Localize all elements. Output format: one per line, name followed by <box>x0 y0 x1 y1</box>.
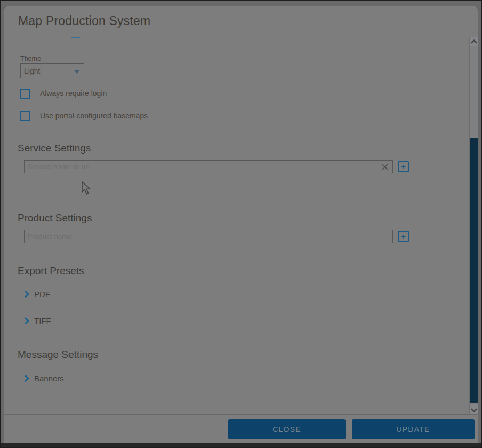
add-service-button[interactable]: + <box>398 161 409 172</box>
product-input-wrap <box>24 230 393 243</box>
export-preset-pdf[interactable]: PDF <box>24 288 50 300</box>
scrollbar-thumb[interactable] <box>470 138 478 403</box>
export-presets-heading: Export Presets <box>18 265 84 277</box>
product-settings-heading: Product Settings <box>18 212 92 224</box>
map-production-system-dialog: Map Production System Theme Light Always… <box>4 6 478 444</box>
message-setting-banners[interactable]: Banners <box>24 372 64 384</box>
portal-basemaps-label[interactable]: Use portal-configured basemaps <box>40 111 148 120</box>
chevron-down-icon <box>471 406 477 412</box>
always-login-label[interactable]: Always require login <box>40 89 107 98</box>
add-product-button[interactable]: + <box>398 231 409 242</box>
chevron-up-icon <box>471 39 477 45</box>
dialog-footer: CLOSE UPDATE <box>4 414 478 444</box>
service-name-input[interactable] <box>25 161 392 173</box>
export-preset-label: TIFF <box>34 316 51 325</box>
portal-basemaps-checkbox[interactable] <box>20 111 30 121</box>
scrolled-out-element <box>71 37 80 38</box>
dialog-scroll-content: Theme Light Always require login Use por… <box>4 37 478 414</box>
message-setting-label: Banners <box>34 374 64 383</box>
theme-label: Theme <box>20 55 41 62</box>
checkbox-row-portal-basemaps: Use portal-configured basemaps <box>20 110 148 121</box>
chevron-right-icon <box>24 290 29 298</box>
service-input-wrap <box>24 160 393 173</box>
chevron-right-icon <box>24 317 29 325</box>
scroll-up-button[interactable] <box>470 37 478 46</box>
theme-select[interactable]: Light <box>20 63 84 78</box>
always-login-checkbox[interactable] <box>20 89 30 99</box>
plus-icon: + <box>401 163 406 171</box>
scroll-down-button[interactable] <box>470 405 478 414</box>
theme-selected-value: Light <box>24 67 40 75</box>
dialog-title: Map Production System <box>18 14 150 28</box>
bottom-strip <box>1 443 481 447</box>
close-button[interactable]: CLOSE <box>228 419 346 439</box>
service-input-row: + <box>24 160 409 173</box>
preset-divider <box>13 308 467 308</box>
update-button[interactable]: UPDATE <box>352 419 475 439</box>
caret-down-icon <box>74 70 79 74</box>
screen: Map Production System Theme Light Always… <box>0 0 482 448</box>
clear-icon[interactable] <box>381 163 389 171</box>
message-settings-heading: Message Settings <box>18 349 98 361</box>
vertical-scrollbar[interactable] <box>469 37 478 414</box>
dialog-header: Map Production System <box>4 6 478 36</box>
export-preset-tiff[interactable]: TIFF <box>24 315 51 326</box>
service-settings-heading: Service Settings <box>18 142 91 154</box>
export-preset-label: PDF <box>34 290 50 299</box>
product-input-row: + <box>24 230 409 243</box>
plus-icon: + <box>401 233 406 241</box>
product-name-input[interactable] <box>25 230 392 243</box>
chevron-right-icon <box>24 374 29 382</box>
mouse-cursor <box>81 181 92 196</box>
checkbox-row-always-login: Always require login <box>20 88 107 99</box>
